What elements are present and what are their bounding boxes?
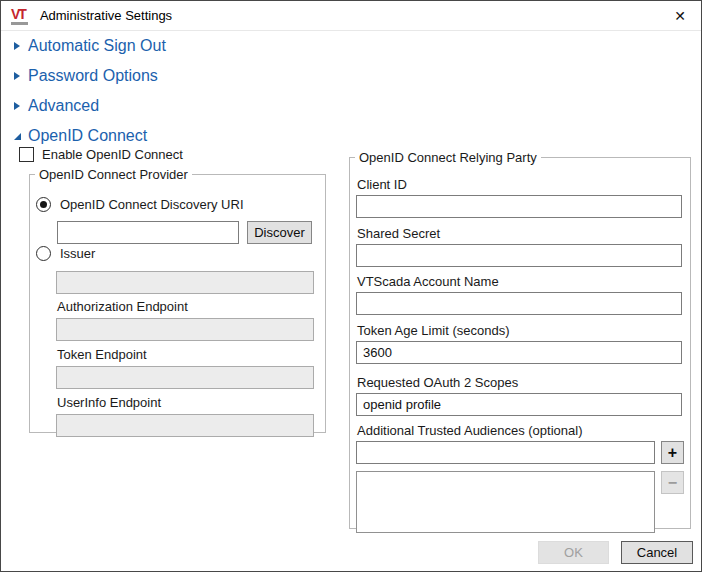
discovery-uri-input[interactable] xyxy=(57,221,239,244)
issuer-radio-label: Issuer xyxy=(60,246,95,261)
section-label: Automatic Sign Out xyxy=(28,37,166,55)
section-label: Advanced xyxy=(28,97,99,115)
client-id-input[interactable] xyxy=(356,195,682,218)
discovery-uri-radio[interactable] xyxy=(36,197,51,212)
enable-openid-connect-label: Enable OpenID Connect xyxy=(42,147,183,162)
vtscada-account-name-input[interactable] xyxy=(356,292,682,315)
add-audience-button[interactable]: + xyxy=(661,441,684,464)
shared-secret-label: Shared Secret xyxy=(357,226,440,241)
enable-openid-connect-row: Enable OpenID Connect xyxy=(19,147,183,162)
userinfo-endpoint-input xyxy=(56,414,314,437)
openid-relying-party-group-legend: OpenID Connect Relying Party xyxy=(355,150,541,165)
chevron-right-icon xyxy=(14,102,20,110)
vtscada-account-name-label: VTScada Account Name xyxy=(357,274,499,289)
chevron-right-icon xyxy=(14,72,20,80)
section-automatic-sign-out[interactable]: Automatic Sign Out xyxy=(1,31,701,61)
issuer-radio[interactable] xyxy=(36,246,51,261)
section-password-options[interactable]: Password Options xyxy=(1,61,701,91)
section-advanced[interactable]: Advanced xyxy=(1,91,701,121)
oauth-scopes-input[interactable] xyxy=(356,393,682,416)
shared-secret-input[interactable] xyxy=(356,244,682,267)
ok-button: OK xyxy=(538,541,609,564)
discovery-uri-radio-label: OpenID Connect Discovery URI xyxy=(60,197,244,212)
trusted-audiences-list[interactable] xyxy=(356,471,655,533)
vtscada-logo-icon: VT xyxy=(11,7,28,25)
trusted-audience-input[interactable] xyxy=(356,441,655,464)
section-label: OpenID Connect xyxy=(28,127,147,145)
settings-accordion: Automatic Sign Out Password Options Adva… xyxy=(1,31,701,151)
chevron-right-icon xyxy=(14,42,20,50)
title-bar: VT Administrative Settings ✕ xyxy=(1,1,701,31)
userinfo-endpoint-label: UserInfo Endpoint xyxy=(57,395,161,410)
trusted-audiences-label: Additional Trusted Audiences (optional) xyxy=(357,423,582,438)
issuer-radio-row: Issuer xyxy=(36,246,95,261)
openid-provider-group-legend: OpenID Connect Provider xyxy=(35,167,192,182)
remove-audience-button: − xyxy=(661,471,684,494)
openid-relying-party-group: OpenID Connect Relying Party Client ID S… xyxy=(349,150,691,529)
token-endpoint-label: Token Endpoint xyxy=(57,347,147,362)
token-endpoint-input xyxy=(56,366,314,389)
enable-openid-connect-checkbox[interactable] xyxy=(19,147,34,162)
oauth-scopes-label: Requested OAuth 2 Scopes xyxy=(357,375,518,390)
window-title: Administrative Settings xyxy=(40,8,172,23)
authorization-endpoint-input xyxy=(56,318,314,341)
discovery-uri-radio-row: OpenID Connect Discovery URI xyxy=(36,197,244,212)
token-age-limit-input[interactable] xyxy=(356,341,682,364)
chevron-expanded-icon xyxy=(14,133,21,140)
close-icon[interactable]: ✕ xyxy=(674,1,686,31)
client-id-label: Client ID xyxy=(357,177,407,192)
cancel-button[interactable]: Cancel xyxy=(621,541,693,564)
openid-provider-group: OpenID Connect Provider OpenID Connect D… xyxy=(29,167,326,433)
issuer-input xyxy=(56,271,314,294)
administrative-settings-dialog: VT Administrative Settings ✕ Automatic S… xyxy=(0,0,702,572)
authorization-endpoint-label: Authorization Endpoint xyxy=(57,299,188,314)
section-label: Password Options xyxy=(28,67,158,85)
token-age-limit-label: Token Age Limit (seconds) xyxy=(357,323,509,338)
discover-button[interactable]: Discover xyxy=(247,221,312,244)
